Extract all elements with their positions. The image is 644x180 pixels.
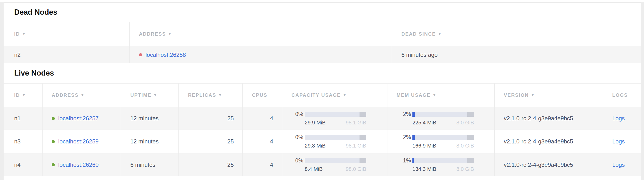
used-value-label: 29.8 MiB [305, 143, 326, 149]
node-id-cell: n3 [4, 130, 42, 153]
logs-cell: Logs [603, 153, 641, 176]
address-wrap: localhost:26259 [52, 138, 121, 145]
version-cell: v2.1.0-rc.2-4-g3e9a4e9bc5 [494, 130, 603, 153]
column-header-capacity-usage[interactable]: CAPACITY USAGE▼ [282, 83, 387, 107]
live-node-row: n3localhost:2625912 minutes2540%29.8 MiB… [4, 130, 641, 153]
column-label: REPLICAS [188, 92, 216, 98]
dead-nodes-table: ID▼ADDRESS▼DEAD SINCE▼ n2localhost:26258… [4, 22, 641, 63]
logs-link[interactable]: Logs [612, 115, 625, 122]
node-id-cell: n2 [4, 46, 130, 63]
usage-bar-labels: 134.3 MiB8.0 GiB [412, 166, 474, 172]
sort-desc-icon: ▼ [22, 93, 26, 97]
usage-bar-labels: 29.8 MiB98.1 GiB [305, 143, 366, 149]
usage-bar-line: 1% [398, 158, 494, 164]
live-status-dot-icon [52, 163, 55, 166]
capacity-usage-cell: 0%29.9 MiB98.1 GiB [282, 107, 387, 130]
dead-nodes-table-header: ID▼ADDRESS▼DEAD SINCE▼ [4, 22, 641, 46]
usage-bar-used-segment [412, 135, 415, 140]
usage-bar-track [412, 158, 474, 163]
live-status-dot-icon [52, 140, 55, 143]
column-label: UPTIME [130, 92, 152, 98]
column-label: CAPACITY USAGE [292, 92, 341, 98]
usage-bar-capacity-marker [467, 135, 474, 140]
column-header-version[interactable]: VERSION▼ [494, 83, 603, 107]
usage-bar-track [412, 135, 474, 140]
column-header-uptime[interactable]: UPTIME▼ [121, 83, 179, 107]
dead-nodes-table-body: n2localhost:262586 minutes ago [4, 46, 641, 63]
version-cell: v2.1.0-rc.2-4-g3e9a4e9bc5 [494, 153, 603, 176]
address-cell: localhost:26258 [130, 46, 392, 63]
mem-usage-cell: 2%225.4 MiB8.0 GiB [387, 107, 494, 130]
node-address-link[interactable]: localhost:26259 [58, 138, 98, 145]
column-label: DEAD SINCE [401, 31, 436, 36]
column-header-address[interactable]: ADDRESS▼ [130, 22, 392, 46]
live-nodes-table: ID▼ADDRESS▼UPTIME▼REPLICAS▼CPUSCAPACITY … [4, 83, 641, 176]
capacity-usage-cell: 0%29.8 MiB98.1 GiB [282, 130, 387, 153]
usage-bar-line: 0% [290, 134, 387, 140]
replicas-cell: 25 [179, 130, 243, 153]
column-header-replicas[interactable]: REPLICAS▼ [179, 83, 243, 107]
sort-desc-icon: ▼ [218, 93, 222, 97]
cpus-cell: 4 [243, 130, 282, 153]
usage-percent-label: 1% [398, 158, 411, 164]
usage-percent-label: 0% [290, 158, 303, 164]
usage-bar-track [305, 112, 366, 117]
live-node-row: n1localhost:2625712 minutes2540%29.9 MiB… [4, 107, 641, 130]
uptime-cell: 6 minutes [121, 153, 179, 176]
column-label: LOGS [612, 92, 628, 98]
usage-percent-label: 0% [290, 111, 303, 118]
column-header-id[interactable]: ID▼ [4, 22, 130, 46]
node-address-link[interactable]: localhost:26257 [58, 115, 98, 122]
usage-bar-track [412, 112, 474, 117]
left-gutter [0, 2, 4, 180]
node-address-link[interactable]: localhost:26260 [58, 162, 98, 168]
live-status-dot-icon [52, 117, 55, 120]
replicas-cell: 25 [179, 153, 243, 176]
sort-desc-icon: ▼ [432, 93, 436, 97]
usage-bar-line: 0% [290, 111, 387, 118]
logs-cell: Logs [603, 130, 641, 153]
column-label: ID [14, 92, 20, 98]
uptime-cell: 12 minutes [121, 107, 179, 130]
usage-bar-used-segment [412, 158, 414, 163]
column-header-mem-usage[interactable]: MEM USAGE▼ [387, 83, 494, 107]
used-value-label: 134.3 MiB [412, 166, 436, 172]
total-value-label: 8.0 GiB [456, 166, 474, 172]
node-id-cell: n4 [4, 153, 42, 176]
sort-desc-icon: ▼ [154, 93, 158, 97]
dead-nodes-title: Dead Nodes [4, 3, 641, 22]
right-gutter [641, 2, 644, 180]
capacity-usage-cell: 0%8.4 MiB98.0 GiB [282, 153, 387, 176]
column-header-dead-since[interactable]: DEAD SINCE▼ [392, 22, 641, 46]
total-value-label: 98.0 GiB [346, 166, 366, 172]
usage-bar-line: 2% [398, 111, 494, 118]
sort-desc-icon: ▼ [81, 93, 85, 97]
live-node-row: n4localhost:262606 minutes2540%8.4 MiB98… [4, 153, 641, 176]
usage-bar-labels: 225.4 MiB8.0 GiB [412, 120, 474, 126]
live-nodes-table-header: ID▼ADDRESS▼UPTIME▼REPLICAS▼CPUSCAPACITY … [4, 83, 641, 107]
column-label: ID [14, 31, 20, 36]
logs-link[interactable]: Logs [612, 138, 625, 145]
address-cell: localhost:26259 [42, 130, 121, 153]
live-nodes-title: Live Nodes [4, 63, 641, 83]
cpus-cell: 4 [243, 107, 282, 130]
column-header-logs: LOGS [603, 83, 641, 107]
usage-bar-line: 0% [290, 158, 387, 164]
column-header-address[interactable]: ADDRESS▼ [42, 83, 121, 107]
node-id-cell: n1 [4, 107, 42, 130]
usage-bar-track [305, 135, 366, 140]
column-label: ADDRESS [52, 92, 79, 98]
logs-cell: Logs [603, 107, 641, 130]
address-cell: localhost:26260 [42, 153, 121, 176]
usage-bar-labels: 8.4 MiB98.0 GiB [305, 166, 366, 172]
mem-usage-cell: 2%166.9 MiB8.0 GiB [387, 130, 494, 153]
sort-desc-icon: ▼ [438, 32, 442, 36]
column-header-id[interactable]: ID▼ [4, 83, 42, 107]
usage-bar-capacity-marker [360, 158, 366, 163]
sort-desc-icon: ▼ [22, 32, 26, 36]
usage-bar-capacity-marker [360, 135, 366, 140]
usage-percent-label: 2% [398, 134, 411, 140]
node-address-link[interactable]: localhost:26258 [146, 52, 186, 58]
logs-link[interactable]: Logs [612, 162, 625, 168]
usage-bar-labels: 166.9 MiB8.0 GiB [412, 143, 474, 149]
